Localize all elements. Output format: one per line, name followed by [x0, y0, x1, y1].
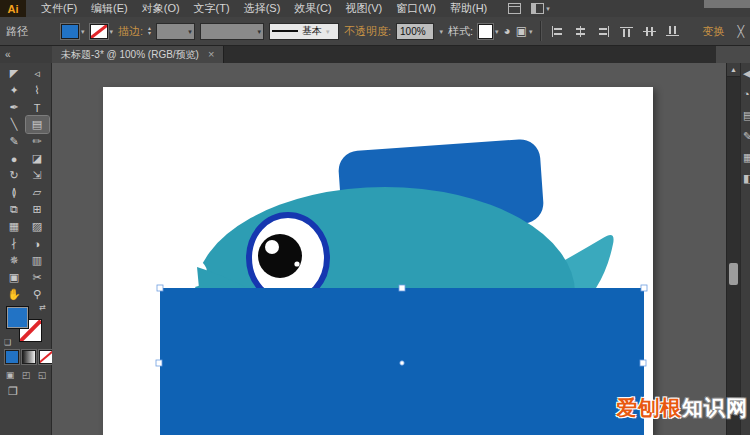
stroke-color-control[interactable]: ▾: [90, 24, 114, 39]
pencil-tool[interactable]: ✏: [26, 133, 49, 150]
scale-tool[interactable]: ⇲: [26, 167, 49, 184]
type-tool[interactable]: T: [26, 99, 49, 116]
menu-object[interactable]: 对象(O): [135, 0, 187, 17]
color-mode-button[interactable]: [5, 350, 19, 364]
stroke-none-swatch[interactable]: [90, 24, 108, 39]
workspace-switcher-icon[interactable]: ▾: [531, 3, 550, 14]
arrange-documents-icon[interactable]: [508, 3, 521, 14]
stroke-panel-link[interactable]: 描边:: [118, 24, 143, 39]
align-horizontal-left-button[interactable]: [550, 25, 565, 38]
magic-wand-tool[interactable]: ✦: [3, 82, 26, 99]
align-horizontal-right-button[interactable]: [596, 25, 611, 38]
recolor-artwork-button[interactable]: ◕: [503, 25, 510, 37]
swap-fill-stroke-icon[interactable]: ⇄: [39, 303, 46, 312]
eyedropper-tool[interactable]: ∤: [3, 235, 26, 252]
direct-selection-tool[interactable]: ◃: [26, 65, 49, 82]
width-profile-dropdown[interactable]: ▾: [200, 23, 264, 40]
vertical-scrollbar[interactable]: ▲: [726, 63, 740, 435]
blend-tool[interactable]: ◑: [26, 235, 49, 252]
scroll-up-arrow-icon[interactable]: ▲: [727, 63, 740, 77]
menu-select[interactable]: 选择(S): [237, 0, 288, 17]
gradient-mode-button[interactable]: [22, 350, 36, 364]
none-mode-button[interactable]: [39, 350, 53, 364]
opacity-panel-link[interactable]: 不透明度:: [344, 24, 391, 39]
close-icon[interactable]: ×: [208, 49, 214, 60]
eraser-tool[interactable]: ◪: [26, 150, 49, 167]
dock-layers-panel-icon[interactable]: ◧: [741, 168, 750, 189]
line-segment-tool[interactable]: ╲: [3, 116, 26, 133]
collapse-panel-button[interactable]: «: [5, 49, 11, 60]
screen-mode-button[interactable]: ❐: [8, 385, 18, 398]
stroke-weight-stepper[interactable]: ▴ ▾: [148, 26, 151, 36]
dock-symbols-panel-icon[interactable]: ▦: [741, 147, 750, 168]
draw-normal-button[interactable]: ▣: [3, 368, 17, 381]
fill-swatch[interactable]: [61, 24, 79, 39]
symbol-sprayer-tool[interactable]: ✵: [3, 252, 26, 269]
slice-tool[interactable]: ✂: [26, 269, 49, 286]
menu-edit[interactable]: 编辑(E): [84, 0, 135, 17]
align-vertical-bottom-button[interactable]: [665, 25, 680, 38]
style-swatch[interactable]: [478, 24, 493, 39]
draw-inside-button[interactable]: ◱: [35, 368, 49, 381]
eye-highlight-large: [265, 240, 279, 254]
tools-grid: ◤ ◃ ✦ ⌇ ✒: [0, 63, 51, 303]
lasso-tool[interactable]: ⌇: [26, 82, 49, 99]
mesh-tool[interactable]: ▦: [3, 218, 26, 235]
isolate-selected-icon[interactable]: ╳: [737, 25, 744, 38]
selection-handle-middle-left[interactable]: [156, 360, 162, 366]
dock-swatches-panel-icon[interactable]: ▤: [741, 105, 750, 126]
brush-definition-dropdown[interactable]: 基本 ▾: [269, 23, 339, 40]
dock-brushes-panel-icon[interactable]: ✎: [741, 126, 750, 147]
brush-stroke-preview: [272, 30, 298, 32]
menu-type[interactable]: 文字(T): [187, 0, 237, 17]
free-transform-tool[interactable]: ▱: [26, 184, 49, 201]
perspective-grid-tool[interactable]: ⊞: [26, 201, 49, 218]
style-control[interactable]: ▾: [478, 24, 499, 39]
selection-handle-top-center[interactable]: [399, 285, 405, 291]
align-vertical-center-button[interactable]: [642, 25, 657, 38]
artboard-tool[interactable]: ▣: [3, 269, 26, 286]
menu-view[interactable]: 视图(V): [339, 0, 390, 17]
paintbrush-tool[interactable]: ✎: [3, 133, 26, 150]
rotate-tool[interactable]: ↻: [3, 167, 26, 184]
column-graph-tool[interactable]: ▥: [26, 252, 49, 269]
canvas[interactable]: [52, 63, 726, 435]
transform-panel-link[interactable]: 变换: [702, 24, 724, 39]
shape-builder-tool[interactable]: ⧉: [3, 201, 26, 218]
dock-color-panel-icon[interactable]: ◔: [741, 84, 750, 105]
selection-tool[interactable]: ◤: [3, 65, 26, 82]
chevron-down-icon[interactable]: ▾: [439, 28, 443, 35]
select-similar-dropdown[interactable]: ▣ ▾: [516, 25, 533, 37]
menu-help[interactable]: 帮助(H): [443, 0, 494, 17]
selection-handle-middle-right[interactable]: [640, 360, 646, 366]
dock-expand-icon[interactable]: ◀: [741, 63, 750, 84]
align-horizontal-center-button[interactable]: [573, 25, 588, 38]
stroke-weight-dropdown[interactable]: ▾: [156, 23, 195, 40]
zoom-tool[interactable]: ⚲: [26, 286, 49, 303]
fill-color-control[interactable]: ▾: [61, 24, 85, 39]
context-label: 路径: [6, 24, 28, 39]
fish-artwork[interactable]: [103, 87, 653, 435]
pen-tool[interactable]: ✒: [3, 99, 26, 116]
menu-effect[interactable]: 效果(C): [287, 0, 338, 17]
artboard[interactable]: [103, 87, 653, 435]
blob-brush-tool[interactable]: ●: [3, 150, 26, 167]
gradient-tool[interactable]: ▨: [26, 218, 49, 235]
width-tool[interactable]: ≬: [3, 184, 26, 201]
selection-center-point[interactable]: [400, 361, 404, 365]
current-fill-swatch[interactable]: [6, 306, 29, 329]
align-vertical-top-button[interactable]: [619, 25, 634, 38]
rectangle-tool[interactable]: ▤: [26, 116, 49, 133]
scrollbar-thumb[interactable]: [729, 263, 738, 285]
menu-window[interactable]: 窗口(W): [389, 0, 443, 17]
hand-tool[interactable]: ✋: [3, 286, 26, 303]
selection-handle-top-right[interactable]: [641, 285, 647, 291]
menu-file[interactable]: 文件(F): [34, 0, 84, 17]
selection-handle-top-left[interactable]: [157, 285, 163, 291]
tool-icon: ⇲: [32, 169, 41, 182]
document-tab[interactable]: 未标题-3* @ 100% (RGB/预览) ×: [52, 46, 224, 63]
draw-behind-button[interactable]: ◰: [19, 368, 33, 381]
stepper-down-icon[interactable]: ▾: [148, 31, 151, 36]
default-fill-stroke-icon[interactable]: ❏: [4, 338, 11, 347]
opacity-input[interactable]: 100%: [396, 23, 434, 40]
